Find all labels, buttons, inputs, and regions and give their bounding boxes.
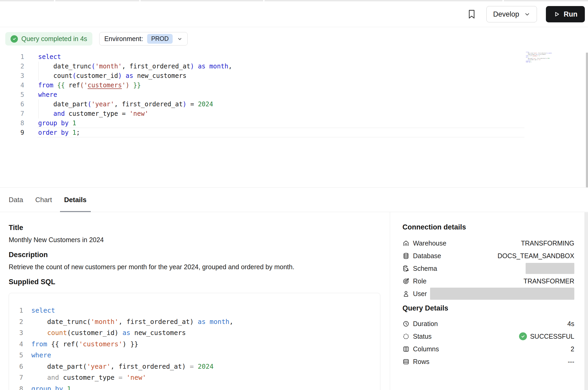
query-detail-label: Duration <box>413 320 438 328</box>
code-line: order by 1; <box>38 128 232 137</box>
query-status-row: Query completed in 4s Environment: PROD <box>5 32 188 46</box>
editor-code[interactable]: select date_trunc('month', first_ordered… <box>38 52 232 137</box>
supplied-sql-heading: Supplied SQL <box>9 278 55 286</box>
connection-row-warehouse: WarehouseTRANSFORMING <box>402 237 574 249</box>
editor-scrollbar[interactable] <box>586 53 588 203</box>
browser-tabs-strip[interactable] <box>0 0 588 1</box>
browser-tab-divider <box>502 0 504 1</box>
toolbar: Develop Run <box>0 2 588 27</box>
code-line: where <box>38 90 232 99</box>
tab-details[interactable]: Details <box>64 188 87 212</box>
query-detail-label: Status <box>413 333 432 340</box>
description-heading: Description <box>9 251 48 259</box>
code-line: where <box>31 350 233 361</box>
connection-value: TRANSFORMING <box>521 239 574 247</box>
connection-label: Schema <box>413 265 437 272</box>
line-number: 2 <box>15 316 23 328</box>
code-line: date_trunc('month', first_ordered_at) as… <box>38 62 232 71</box>
line-number: 4 <box>0 81 24 90</box>
line-number: 8 <box>15 383 23 390</box>
line-number: 9 <box>0 128 24 137</box>
query-detail-value: --- <box>568 358 574 366</box>
query-detail-value: 2 <box>571 345 574 353</box>
connection-row-database: DatabaseDOCS_TEAM_SANDBOX <box>402 249 574 262</box>
role-icon <box>402 278 410 285</box>
line-number: 6 <box>15 361 23 372</box>
code-line: date_part('year', first_ordered_at) = 20… <box>31 361 233 372</box>
connection-row-schema: Schema <box>402 262 574 275</box>
bookmark-button[interactable] <box>466 8 477 21</box>
environment-label: Environment: <box>104 35 143 43</box>
query-detail-row-columns: Columns2 <box>402 343 574 355</box>
code-line: from {{ ref('customers') }} <box>38 81 232 90</box>
code-line: order by 1; <box>526 62 576 63</box>
redacted-value <box>526 263 574 274</box>
environment-badge: PROD <box>147 34 172 44</box>
browser-tab-divider <box>54 0 55 1</box>
details-scrollbar[interactable] <box>585 212 588 390</box>
code-line: date_trunc('month', first_ordered_at) as… <box>31 316 233 328</box>
connection-label: Database <box>413 252 441 260</box>
connection-row-user: User <box>402 287 574 300</box>
code-line: select <box>38 52 232 62</box>
query-status-pill: Query completed in 4s <box>5 32 92 46</box>
code-line: group by 1 <box>31 383 233 390</box>
line-number: 3 <box>0 71 24 81</box>
query-details-heading: Query Details <box>402 304 574 313</box>
line-number: 1 <box>15 305 23 316</box>
line-number: 7 <box>15 372 23 383</box>
chevron-down-icon <box>177 36 183 42</box>
code-line: count(customer_id) as new_customers <box>38 71 232 81</box>
results-tabbar: DataChartDetails <box>0 187 588 212</box>
database-icon <box>402 252 410 259</box>
editor-code[interactable]: select date_trunc('month', first_ordered… <box>526 51 576 63</box>
query-detail-row-status: StatusSUCCESSFUL <box>402 330 574 343</box>
bookmark-icon <box>467 9 476 19</box>
line-number: 8 <box>0 118 24 128</box>
success-check-icon <box>11 35 18 43</box>
line-number: 2 <box>0 62 24 71</box>
query-detail-label: Columns <box>413 345 439 353</box>
line-number: 4 <box>15 339 23 350</box>
line-number: 5 <box>15 350 23 361</box>
line-number: 5 <box>0 90 24 99</box>
play-icon <box>553 11 560 18</box>
sql-editor[interactable]: 123456789 select date_trunc('month', fir… <box>0 52 588 139</box>
develop-menu-button[interactable]: Develop <box>486 6 537 22</box>
connection-value: TRANSFORMER <box>524 277 574 285</box>
editor-line-numbers: 123456789 <box>0 52 24 137</box>
connection-label: Role <box>413 277 426 285</box>
line-number: 1 <box>0 52 24 62</box>
tab-data[interactable]: Data <box>9 188 23 212</box>
query-status-text: Query completed in 4s <box>21 35 87 43</box>
line-number: 7 <box>0 109 24 118</box>
code-line: group by 1 <box>38 118 232 128</box>
details-side-panel: Connection details WarehouseTRANSFORMING… <box>390 212 582 390</box>
code-line: and customer_type = 'new' <box>31 372 233 383</box>
query-detail-value: SUCCESSFUL <box>519 332 574 340</box>
code-line: select <box>31 305 233 316</box>
develop-label: Develop <box>493 10 519 18</box>
query-detail-row-rows: Rows--- <box>402 355 574 368</box>
browser-tab-divider <box>139 0 141 1</box>
tab-chart[interactable]: Chart <box>35 188 52 212</box>
line-number: 6 <box>0 99 24 109</box>
query-detail-value: 4s <box>567 320 574 328</box>
connection-label: User <box>413 290 427 298</box>
code-line: and customer_type = 'new' <box>38 109 232 118</box>
duration-icon <box>402 320 410 327</box>
redacted-value <box>430 288 574 300</box>
status-icon <box>402 333 410 340</box>
environment-selector[interactable]: Environment: PROD <box>99 32 188 46</box>
ide-window: { "toolbar": { "develop_label": "Develop… <box>0 0 588 390</box>
code-line: from {{ ref('customers') }} <box>31 339 233 350</box>
connection-details-heading: Connection details <box>402 223 574 232</box>
sql-code: select date_trunc('month', first_ordered… <box>31 305 233 390</box>
connection-row-role: RoleTRANSFORMER <box>402 275 574 287</box>
title-value: Monthly New Customers in 2024 <box>9 236 104 244</box>
supplied-sql-box: 12345678 select date_trunc('month', firs… <box>9 293 380 390</box>
minimap[interactable]: select date_trunc('month', first_ordered… <box>526 51 576 63</box>
query-detail-label: Rows <box>413 358 430 366</box>
run-button[interactable]: Run <box>546 6 585 22</box>
code-line: date_part('year', first_ordered_at) = 20… <box>38 99 232 109</box>
